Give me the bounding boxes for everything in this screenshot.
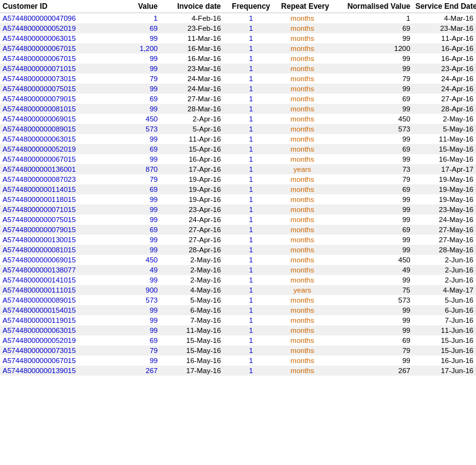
table-cell: 79 — [326, 174, 413, 184]
table-row: A574480000000630159911-Mar-161months9911… — [0, 33, 476, 43]
table-cell: 11-Mar-16 — [161, 33, 224, 43]
table-cell: 450 — [117, 114, 161, 124]
table-cell: 99 — [117, 53, 161, 64]
table-cell: months — [279, 194, 326, 204]
table-row: A574480000000870237919-Apr-161months7919… — [0, 174, 476, 184]
table-cell: A57448000000119015 — [0, 315, 117, 325]
table-cell: 1 — [224, 114, 279, 124]
table-row: A574480000000730157924-Mar-161months7924… — [0, 74, 476, 84]
table-cell: 16-Apr-16 — [413, 43, 476, 53]
table-cell: 99 — [326, 84, 413, 94]
table-cell: 99 — [326, 305, 413, 315]
table-cell: 1 — [224, 295, 279, 305]
table-cell: A57448000000071015 — [0, 64, 117, 74]
table-cell: 4-Feb-16 — [161, 13, 224, 24]
table-cell: 99 — [117, 325, 161, 335]
table-cell: 1 — [224, 225, 279, 235]
table-cell: 1 — [224, 275, 279, 285]
table-cell: 1 — [224, 265, 279, 275]
table-row: A574480000000670159916-May-161months9916… — [0, 356, 476, 366]
table-cell: months — [279, 305, 326, 315]
table-cell: 15-May-16 — [161, 345, 224, 356]
table-cell: 573 — [117, 124, 161, 134]
table-cell: 24-Apr-16 — [161, 215, 224, 225]
table-cell: 69 — [117, 335, 161, 345]
table-cell: 79 — [117, 74, 161, 84]
table-cell: months — [279, 356, 326, 366]
table-cell: 23-Apr-16 — [413, 64, 476, 74]
table-cell: A57448000000075015 — [0, 84, 117, 94]
table-cell: 1 — [224, 104, 279, 114]
table-cell: 27-May-16 — [413, 235, 476, 245]
table-cell: 1 — [224, 345, 279, 356]
table-cell: 2-May-16 — [161, 255, 224, 265]
table-cell: months — [279, 33, 326, 43]
table-cell: A57448000000067015 — [0, 154, 117, 164]
table-cell: 15-May-16 — [413, 144, 476, 154]
table-cell: 99 — [326, 154, 413, 164]
table-cell: 15-Jun-16 — [413, 345, 476, 356]
table-cell: 1 — [224, 124, 279, 134]
table-cell: A57448000000052019 — [0, 335, 117, 345]
table-cell: 15-May-16 — [161, 335, 224, 345]
table-row: A574480000001300159927-Apr-161months9927… — [0, 235, 476, 245]
table-cell: 99 — [117, 245, 161, 255]
table-cell: 17-May-16 — [161, 366, 224, 376]
table-row: A574480000000790156927-Apr-161months6927… — [0, 225, 476, 235]
table-row: A574480000000790156927-Mar-161months6927… — [0, 94, 476, 104]
table-cell: 1 — [224, 315, 279, 325]
table-row: A574480000000630159911-May-161months9911… — [0, 325, 476, 335]
table-cell: A57448000000073015 — [0, 74, 117, 84]
table-cell: 99 — [326, 204, 413, 215]
table-cell: months — [279, 114, 326, 124]
table-cell: 99 — [326, 134, 413, 144]
table-cell: 23-Feb-16 — [161, 23, 224, 33]
table-cell: 19-Apr-16 — [161, 194, 224, 204]
table-row: A574480000000710159923-Apr-161months9923… — [0, 204, 476, 215]
table-row: A574480000001180159919-Apr-161months9919… — [0, 194, 476, 204]
table-cell: 16-Apr-16 — [413, 53, 476, 64]
table-cell: A57448000000139015 — [0, 366, 117, 376]
table-cell: 1 — [224, 204, 279, 215]
table-cell: 450 — [117, 255, 161, 265]
table-cell: A57448000000079015 — [0, 94, 117, 104]
table-cell: A57448000000111015 — [0, 285, 117, 295]
table-cell: 99 — [117, 356, 161, 366]
table-cell: 7-May-16 — [161, 315, 224, 325]
table-row: A5744800000013901526717-May-161months267… — [0, 366, 476, 376]
table-cell: A57448000000071015 — [0, 204, 117, 215]
table-cell: months — [279, 174, 326, 184]
table-cell: A57448000000130015 — [0, 235, 117, 245]
table-cell: months — [279, 104, 326, 114]
table-row: A574480000000810159928-Apr-161months9928… — [0, 245, 476, 255]
table-cell: 1 — [224, 53, 279, 64]
table-cell: months — [279, 245, 326, 255]
table-cell: 24-Mar-16 — [161, 74, 224, 84]
table-cell: 75 — [326, 285, 413, 295]
table-cell: 99 — [117, 84, 161, 94]
table-row: A57448000000141015992-May-161months992-J… — [0, 275, 476, 285]
table-cell: 79 — [326, 345, 413, 356]
table-cell: 16-Mar-16 — [161, 43, 224, 53]
table-row: A574480000001110159004-May-161years754-M… — [0, 285, 476, 295]
table-row: A574480000000520196915-Apr-161months6915… — [0, 144, 476, 154]
table-cell: months — [279, 275, 326, 285]
table-cell: 450 — [326, 114, 413, 124]
table-cell: 99 — [117, 64, 161, 74]
table-cell: 99 — [326, 245, 413, 255]
table-cell: 2-May-16 — [161, 265, 224, 275]
table-cell: months — [279, 154, 326, 164]
table-row: A574480000000710159923-Mar-161months9923… — [0, 64, 476, 74]
table-cell: 5-May-16 — [161, 295, 224, 305]
table-cell: 69 — [326, 144, 413, 154]
table-cell: 99 — [326, 194, 413, 204]
table-cell: 69 — [117, 94, 161, 104]
header-service-end-date: Service End Date — [413, 0, 476, 13]
table-cell: 1 — [224, 235, 279, 245]
table-cell: 19-May-16 — [413, 184, 476, 194]
table-row: A574480000000630159911-Apr-161months9911… — [0, 134, 476, 144]
table-cell: 1 — [224, 194, 279, 204]
table-cell: A57448000000089015 — [0, 295, 117, 305]
table-cell: 15-Apr-16 — [161, 144, 224, 154]
table-cell: 1 — [224, 174, 279, 184]
